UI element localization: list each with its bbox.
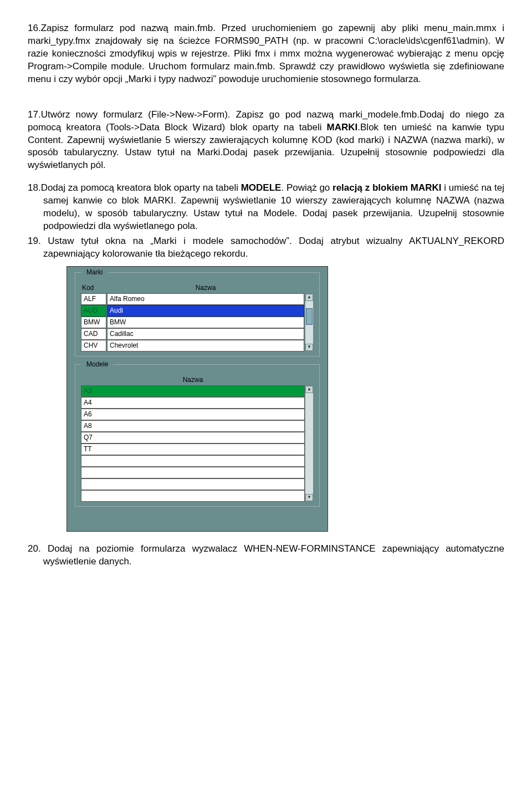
modele-scrollbar[interactable]: ▲ ▼ [305,385,314,502]
kod-cell-selected[interactable]: AUD [81,305,106,317]
scroll-down-icon[interactable]: ▼ [305,344,313,351]
nazwa-cell[interactable]: Alfa Romeo [107,293,304,305]
scroll-up-icon[interactable]: ▲ [305,386,313,393]
header-nazwa: Nazwa [107,282,304,293]
bold-modele: MODELE [241,182,282,193]
marki-grid: Kod Nazwa ALF Alfa Romeo ▲ ▼ AUD Audi BM… [81,282,314,351]
modele-legend: Modele [83,360,111,369]
kod-cell[interactable]: ALF [81,293,106,305]
model-cell[interactable]: A4 [81,397,305,409]
kod-cell[interactable]: CAD [81,328,106,340]
marki-legend: Marki [83,268,106,277]
item-number: 19. [28,236,41,246]
item-text: . Powiąż go [281,182,332,193]
item-text: Zapisz formularz pod nazwą main.fmb. Prz… [28,23,504,84]
header-kod: Kod [81,282,106,293]
marki-scrollbar[interactable]: ▲ ▼ [305,293,314,351]
model-cell[interactable] [81,467,305,478]
item-number: 20. [28,543,41,554]
list-item-20: 20. Dodaj na poziomie formularza wyzwala… [28,543,504,568]
kod-cell[interactable]: BMW [81,317,106,328]
nazwa-cell[interactable]: Chevrolet [107,340,304,351]
nazwa-cell[interactable]: Cadillac [107,328,304,340]
item-text: Dodaj za pomocą kreatora blok oparty na … [41,182,241,193]
nazwa-cell[interactable]: BMW [107,317,304,328]
item-number: 17. [28,109,41,120]
list-item-19: 19. Ustaw tytuł okna na „Marki i modele … [28,235,504,261]
forms-window: Marki Kod Nazwa ALF Alfa Romeo ▲ ▼ AUD A… [66,266,328,532]
nazwa-cell-selected[interactable]: Audi [107,305,304,317]
bold-marki: MARKI [327,122,358,133]
list-item-16: 16.Zapisz formularz pod nazwą main.fmb. … [28,22,504,86]
list-item-17: 17.Utwórz nowy formularz (File->New->For… [28,109,504,172]
list-item-18: 18.Dodaj za pomocą kreatora blok oparty … [28,182,504,233]
bold-relacja: relacją z blokiem MARKI [332,182,442,193]
item-text: Ustaw tytuł okna na „Marki i modele samo… [41,236,504,259]
model-cell[interactable] [81,455,305,467]
item-text: Dodaj na poziomie formularza wyzwalacz W… [41,543,504,567]
model-cell[interactable] [81,490,305,502]
model-cell[interactable]: A6 [81,409,305,420]
model-cell[interactable]: A8 [81,420,305,432]
model-cell[interactable] [81,478,305,490]
item-number: 16. [28,23,41,33]
scroll-up-icon[interactable]: ▲ [305,294,313,301]
header-nazwa: Nazwa [81,374,305,385]
modele-frame: Modele Nazwa A3 ▲ ▼ A4 A6 A8 Q7 TT [75,364,320,507]
marki-frame: Marki Kod Nazwa ALF Alfa Romeo ▲ ▼ AUD A… [75,272,320,356]
item-number: 18. [28,182,41,193]
kod-cell[interactable]: CHV [81,340,106,351]
model-cell-selected[interactable]: A3 [81,385,305,397]
modele-grid: Nazwa A3 ▲ ▼ A4 A6 A8 Q7 TT [81,374,314,502]
model-cell[interactable]: Q7 [81,432,305,444]
model-cell[interactable]: TT [81,444,305,455]
scroll-down-icon[interactable]: ▼ [305,494,313,501]
scroll-thumb[interactable] [306,308,313,325]
